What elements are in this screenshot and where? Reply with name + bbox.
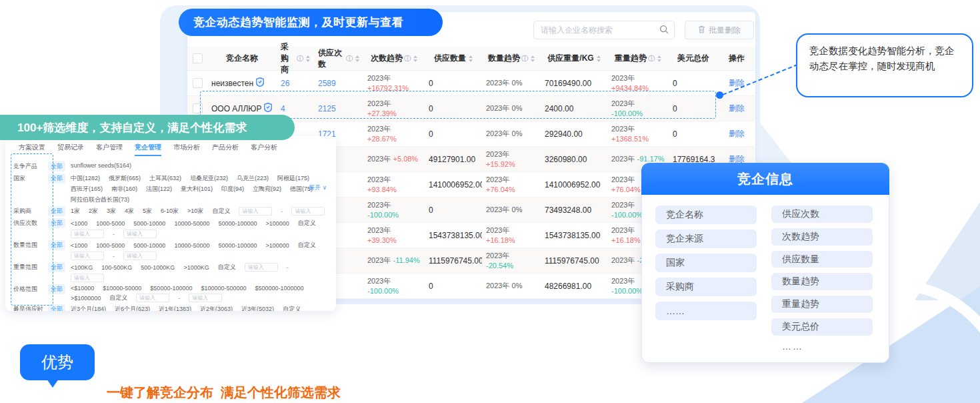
- filter-option[interactable]: 5000-10000: [133, 220, 165, 227]
- batch-delete-button[interactable]: 批量删除: [685, 21, 754, 39]
- filter-option[interactable]: 近1年(1383): [159, 305, 191, 311]
- filter-option[interactable]: <1000: [71, 242, 87, 249]
- filter-all-chip[interactable]: 全部: [48, 173, 65, 183]
- filter-option[interactable]: $50000-100000: [150, 285, 192, 292]
- delete-button[interactable]: 删除: [729, 103, 745, 113]
- filter-custom-option[interactable]: 自定义: [109, 294, 127, 302]
- filter-range-max-input[interactable]: [123, 252, 157, 260]
- filter-range-min-input[interactable]: [245, 263, 278, 272]
- tab-客户分析[interactable]: 客户分析: [251, 143, 277, 156]
- filter-option[interactable]: 100-500KG: [101, 264, 132, 271]
- filter-option[interactable]: 50000-100000: [218, 220, 257, 227]
- filter-option[interactable]: 1000-5000: [96, 242, 125, 249]
- filter-option[interactable]: $500000-1000000: [255, 285, 304, 292]
- delete-button[interactable]: 删除: [729, 129, 745, 138]
- info-icon[interactable]: ⓘ: [521, 54, 528, 63]
- tab-贸易记录[interactable]: 贸易记录: [57, 143, 84, 156]
- filter-option[interactable]: 印度(94): [221, 185, 244, 193]
- sort-icon[interactable]: [657, 55, 661, 62]
- search-icon[interactable]: [659, 25, 669, 37]
- filter-all-chip[interactable]: 全部: [48, 304, 65, 311]
- filter-option[interactable]: >100000: [266, 242, 289, 249]
- filter-option[interactable]: >$1000000: [71, 295, 101, 302]
- filter-range-min-input[interactable]: [136, 294, 169, 302]
- filter-range-min-input[interactable]: [239, 207, 272, 216]
- filter-option[interactable]: 1000-5000: [96, 220, 125, 227]
- filter-option[interactable]: 阿根廷(175): [277, 174, 309, 183]
- filter-all-chip[interactable]: 全部: [48, 161, 65, 171]
- filter-option[interactable]: 1家: [71, 207, 80, 216]
- filter-option[interactable]: 近6个月(623): [115, 305, 150, 311]
- tab-竞企管理[interactable]: 竞企管理: [135, 143, 161, 156]
- filter-option[interactable]: <1000: [71, 220, 87, 227]
- filter-option[interactable]: $10000-50000: [103, 285, 141, 292]
- info-icon[interactable]: ⓘ: [297, 54, 303, 63]
- filter-option[interactable]: 近2年(3063): [200, 305, 233, 311]
- column-header-4[interactable]: 次数趋势ⓘ: [363, 53, 425, 64]
- filter-option[interactable]: 中国(1282): [71, 174, 100, 183]
- filter-custom-option[interactable]: 自定义: [283, 305, 301, 311]
- sort-icon[interactable]: [306, 55, 310, 62]
- filter-option[interactable]: 5000-10000: [133, 242, 165, 249]
- filter-option[interactable]: 4家: [125, 207, 134, 216]
- filter-option[interactable]: <100KG: [71, 264, 93, 271]
- filter-custom-option[interactable]: 自定义: [298, 241, 316, 250]
- filter-option[interactable]: 3家: [107, 207, 116, 216]
- filter-option[interactable]: 近3个月(184): [71, 305, 106, 311]
- filter-option[interactable]: 10000-50000: [174, 242, 209, 249]
- delete-button[interactable]: 删除: [729, 154, 745, 163]
- filter-option[interactable]: 西班牙(165): [71, 185, 103, 193]
- supply-count-link[interactable]: 2125: [314, 104, 363, 113]
- sort-icon[interactable]: [531, 55, 535, 62]
- buyer-count-link[interactable]: 26: [277, 79, 314, 88]
- column-header-5[interactable]: 供应数量: [425, 53, 482, 64]
- filter-option[interactable]: >10家: [187, 207, 203, 216]
- filter-all-chip[interactable]: 全部: [48, 206, 65, 216]
- row-checkbox[interactable]: [193, 103, 203, 113]
- filter-option[interactable]: 阿拉伯联合酋长国(73): [71, 195, 129, 204]
- filter-option[interactable]: $100000-500000: [201, 285, 246, 292]
- filter-all-chip[interactable]: 全部: [48, 284, 65, 294]
- expand-link[interactable]: 展开 ∨: [309, 183, 327, 192]
- filter-range-max-input[interactable]: [291, 207, 325, 216]
- filter-option[interactable]: 俄罗斯(665): [109, 174, 141, 183]
- filter-range-max-input[interactable]: [189, 294, 222, 302]
- filter-range-max-input[interactable]: [71, 274, 104, 282]
- info-icon[interactable]: ⓘ: [648, 54, 655, 63]
- info-icon[interactable]: ⓘ: [346, 54, 353, 63]
- sort-icon[interactable]: [469, 55, 473, 62]
- filter-option[interactable]: 南非(160): [111, 185, 137, 193]
- row-checkbox[interactable]: [193, 78, 203, 88]
- filter-all-chip[interactable]: 全部: [48, 218, 65, 228]
- filter-option[interactable]: 500-1000KG: [141, 264, 175, 271]
- tab-市场分析[interactable]: 市场分析: [173, 143, 200, 156]
- sort-icon[interactable]: [597, 55, 601, 62]
- filter-custom-option[interactable]: 自定义: [212, 207, 230, 216]
- filter-option[interactable]: sunflower seeds(5164): [71, 162, 131, 169]
- filter-option[interactable]: 立陶宛(92): [253, 185, 281, 193]
- search-input[interactable]: [533, 21, 675, 39]
- supply-count-link[interactable]: 2589: [314, 79, 363, 88]
- buyer-count-link[interactable]: 4: [277, 104, 314, 113]
- filter-option[interactable]: 2家: [89, 207, 98, 216]
- select-all-checkbox[interactable]: [193, 53, 203, 63]
- filter-option[interactable]: 5家: [143, 207, 152, 216]
- tab-产品分析[interactable]: 产品分析: [212, 143, 239, 156]
- sort-icon[interactable]: [355, 55, 359, 62]
- filter-option[interactable]: 意大利(101): [181, 185, 213, 193]
- filter-all-chip[interactable]: 全部: [48, 262, 65, 272]
- filter-all-chip[interactable]: 全部: [48, 240, 65, 250]
- filter-custom-option[interactable]: 自定义: [218, 263, 236, 272]
- tab-客户管理[interactable]: 客户管理: [96, 143, 123, 156]
- filter-option[interactable]: 10000-50000: [174, 220, 209, 227]
- filter-option[interactable]: 6-10家: [161, 207, 179, 216]
- info-icon[interactable]: ⓘ: [404, 54, 411, 63]
- filter-option[interactable]: 坦桑尼亚(232): [190, 174, 228, 183]
- sort-icon[interactable]: [413, 55, 417, 62]
- tab-方案设置[interactable]: 方案设置: [19, 143, 45, 156]
- column-header-8[interactable]: 重量趋势ⓘ: [607, 53, 669, 64]
- filter-option[interactable]: 50000-100000: [218, 242, 257, 249]
- filter-option[interactable]: >100000: [266, 220, 289, 227]
- filter-option[interactable]: 近3年(5032): [241, 305, 274, 311]
- filter-option[interactable]: 乌克兰(223): [237, 174, 269, 183]
